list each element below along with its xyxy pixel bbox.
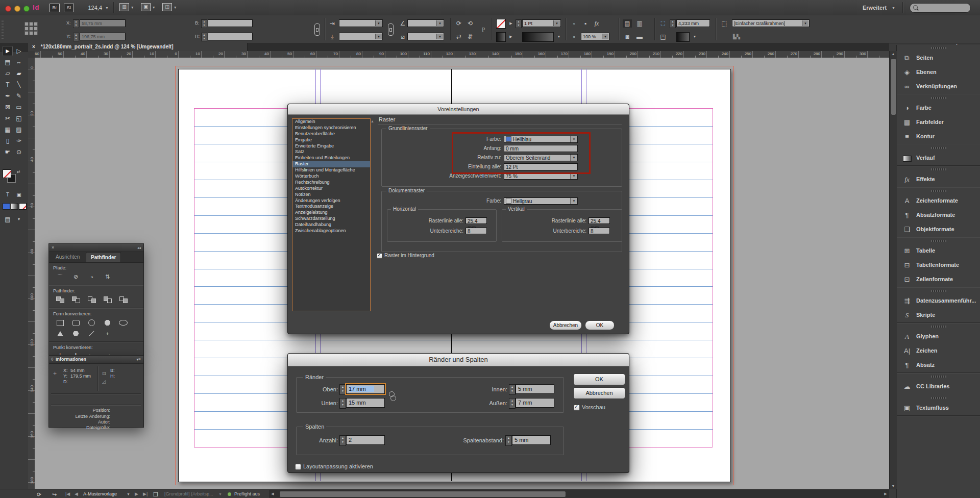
dock-item-cc-libraries[interactable]: ☁CC Libraries: [897, 380, 980, 394]
wrap-jump-button[interactable]: ▬: [635, 33, 644, 41]
wrap-none-button[interactable]: ▤: [623, 19, 632, 28]
panel-grip[interactable]: [931, 397, 946, 399]
ruler-origin-box[interactable]: [28, 51, 35, 58]
list-scroll-up-icon[interactable]: ▲: [371, 119, 374, 123]
panel-grip[interactable]: [931, 47, 946, 49]
panel-grip[interactable]: [931, 240, 946, 242]
ok-button[interactable]: OK: [585, 320, 615, 330]
rectangle-tool[interactable]: ▭: [14, 102, 24, 112]
document-status-icon[interactable]: ❐: [153, 491, 158, 498]
dock-item-datenzusammenfuehrung[interactable]: ⇶Datenzusammenführ...: [897, 294, 980, 308]
dock-item-absatzformate[interactable]: ¶Absatzformate: [897, 208, 980, 222]
sync-settings-icon[interactable]: ⟳: [37, 491, 41, 498]
dock-item-tabellenformate[interactable]: ⊟Tabellenformate: [897, 258, 980, 272]
v-unterbereiche-field[interactable]: 8: [589, 228, 610, 234]
preferences-list-item[interactable]: Anzeigeleistung: [292, 210, 370, 216]
x-position-field[interactable]: 58,75 mm: [80, 19, 126, 27]
vertical-scrollbar[interactable]: ▲ ▼: [889, 51, 897, 489]
stock-button[interactable]: St: [64, 4, 74, 12]
pathfinder-minus-back-icon[interactable]: [115, 294, 131, 305]
raster-im-hintergrund-checkbox[interactable]: [377, 253, 382, 259]
zoom-level-dropdown-arrow[interactable]: ▼: [105, 6, 109, 10]
preferences-list-item[interactable]: Erweiterte Eingabe: [292, 143, 370, 150]
dock-item-ebenen[interactable]: ◈Ebenen: [897, 65, 980, 80]
export-share-icon[interactable]: ↪: [52, 491, 57, 498]
dock-item-verknuepfungen[interactable]: ∞Verknüpfungen: [897, 80, 980, 94]
rectangle-frame-tool[interactable]: ⊠: [3, 102, 13, 112]
dock-item-farbe[interactable]: ◑Farbe: [897, 101, 980, 115]
fill-none-swatch[interactable]: [3, 169, 11, 178]
control-bar-grip[interactable]: [2, 19, 4, 39]
panel-grip[interactable]: [931, 147, 946, 149]
dock-item-farbfelder[interactable]: ▦Farbfelder: [897, 115, 980, 130]
convert-ellipse-icon[interactable]: [115, 317, 131, 328]
flip-horizontal-button[interactable]: ⇄: [454, 33, 463, 41]
preview-mode-arrow[interactable]: ▾: [14, 214, 24, 225]
dock-item-seiten[interactable]: ⧉Seiten: [897, 51, 980, 65]
preflight-profile-dropdown[interactable]: [Grundprofil] (Arbeitsp...: [164, 491, 213, 496]
pencil-tool[interactable]: ✎: [14, 91, 24, 101]
scale-link-icon[interactable]: [388, 23, 394, 36]
drop-shadow-button[interactable]: ▪: [581, 19, 590, 28]
preferences-list-item[interactable]: Dateihandhabung: [292, 222, 370, 228]
preferences-list-item[interactable]: Notizen: [292, 192, 370, 198]
preflight-profile-arrow[interactable]: ▼: [218, 492, 222, 496]
gradient-swatch-tool[interactable]: ▦: [3, 124, 13, 135]
preferences-list-item[interactable]: Einheiten und Einteilungen: [292, 155, 370, 161]
previous-page-button[interactable]: ◀: [75, 491, 78, 496]
horizontal-ruler[interactable]: 6050403020100102030405060708090100110120…: [35, 51, 889, 58]
unten-stepper[interactable]: ▲▼: [339, 398, 346, 409]
corner-radius-field[interactable]: 4,233 mm: [676, 19, 710, 27]
first-page-button[interactable]: |◀: [65, 491, 70, 496]
vorschau-checkbox[interactable]: [574, 405, 580, 411]
constrain-proportions-link-icon[interactable]: [314, 23, 320, 36]
close-document-icon[interactable]: ×: [32, 44, 35, 49]
convert-orthogonal-line-icon[interactable]: +: [100, 328, 115, 339]
gap-tool[interactable]: ⇔: [14, 57, 24, 67]
dock-item-kontur[interactable]: ≡Kontur: [897, 130, 980, 144]
reverse-path-icon[interactable]: ⇅: [100, 271, 115, 282]
raender-dialog-titlebar[interactable]: Ränder und Spalten: [288, 354, 629, 366]
dock-item-verlauf[interactable]: Verlauf: [897, 151, 980, 165]
v-rasterlinie-field[interactable]: 25,4 mm: [589, 217, 610, 224]
dock-item-zeichenformate[interactable]: AZeichenformate: [897, 194, 980, 208]
preferences-list-item[interactable]: Änderungen verfolgen: [292, 198, 370, 204]
stroke-type-arrow[interactable]: ▼: [554, 33, 564, 41]
dock-item-absatz[interactable]: ¶Absatz: [897, 358, 980, 372]
innen-field[interactable]: 5 mm: [516, 384, 554, 394]
screen-mode-button[interactable]: ▣ ▼: [141, 3, 159, 12]
rotate-ccw-button[interactable]: ⟲: [465, 19, 475, 28]
reference-point-proxy[interactable]: [24, 22, 38, 35]
hand-tool[interactable]: ☛: [3, 147, 13, 157]
horizontal-scroll-thumb[interactable]: [279, 491, 566, 497]
width-stepper[interactable]: ▲▼: [201, 19, 207, 28]
convert-line-icon[interactable]: [84, 328, 100, 339]
swap-fill-stroke-icon[interactable]: ⇄: [17, 169, 20, 174]
dock-item-textumfluss[interactable]: ▣Textumfluss: [897, 401, 980, 415]
anzahl-field[interactable]: 2: [346, 435, 385, 445]
panel-grip[interactable]: [931, 326, 946, 328]
horizontal-scrollbar[interactable]: ◀ ▶: [269, 490, 889, 498]
preferences-list-item[interactable]: Autokorrektur: [292, 186, 370, 192]
dock-item-zellenformate[interactable]: ⊡Zellenformate: [897, 272, 980, 287]
scroll-right-arrow[interactable]: ▶: [882, 492, 889, 496]
gradient-feather-tool[interactable]: ▨: [14, 124, 24, 135]
tab-pathfinder[interactable]: Pathfinder: [86, 252, 121, 262]
scroll-down-arrow[interactable]: ▼: [890, 484, 897, 488]
page-tool[interactable]: ▤: [3, 57, 13, 67]
document-layout-button[interactable]: ◫ ▼: [162, 3, 181, 12]
corner-shape-arrow[interactable]: ▼: [690, 33, 699, 41]
pathfinder-intersect-icon[interactable]: [84, 294, 100, 305]
note-tool[interactable]: ▯: [3, 136, 13, 146]
dock-item-objektformate[interactable]: ❑Objektformate: [897, 222, 980, 237]
line-tool[interactable]: ╲: [14, 80, 24, 90]
dock-item-skripte[interactable]: SSkripte: [897, 308, 980, 322]
aussen-field[interactable]: 7 mm: [516, 398, 554, 408]
h-rasterlinie-field[interactable]: 25,4 mm: [465, 217, 487, 224]
next-page-button[interactable]: ▶: [135, 491, 138, 496]
selection-tool[interactable]: ►: [3, 46, 13, 56]
vertical-scroll-thumb[interactable]: [891, 58, 896, 115]
workspace-dropdown-arrow[interactable]: ▼: [892, 6, 895, 10]
panel-grip[interactable]: [931, 97, 946, 99]
join-path-icon[interactable]: ⌒: [52, 271, 68, 282]
